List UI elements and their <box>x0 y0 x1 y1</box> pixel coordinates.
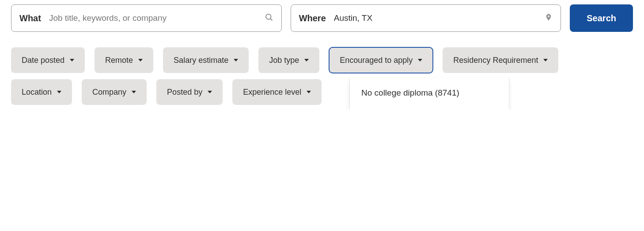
filter-location[interactable]: Location <box>11 79 72 105</box>
encouraged-to-apply-dropdown: No college diploma (8741) Fair chance (4… <box>349 78 509 109</box>
svg-line-1 <box>270 19 272 20</box>
filter-row-1: Date posted Remote Salary estimate Job t… <box>11 47 633 73</box>
chevron-down-icon <box>234 59 238 62</box>
where-label: Where <box>299 13 326 23</box>
chevron-down-icon <box>304 59 309 62</box>
chevron-down-icon <box>543 59 548 62</box>
filter-label: Remote <box>105 56 133 65</box>
search-icon <box>265 13 273 23</box>
filter-label: Salary estimate <box>174 56 228 65</box>
what-label: What <box>19 13 41 23</box>
filter-label: Job type <box>269 56 299 65</box>
filter-company[interactable]: Company <box>82 79 147 105</box>
what-input[interactable] <box>49 13 265 23</box>
filter-salary-estimate[interactable]: Salary estimate <box>163 47 249 73</box>
filter-label: Date posted <box>22 56 64 65</box>
filter-experience-level[interactable]: Experience level <box>232 79 322 105</box>
chevron-down-icon <box>57 91 61 93</box>
filter-label: Posted by <box>167 88 202 97</box>
chevron-down-icon <box>70 59 74 62</box>
filter-row-2: Location Company Posted by Experience le… <box>11 79 633 105</box>
chevron-down-icon <box>208 91 212 93</box>
filter-label: Residency Requirement <box>453 56 538 65</box>
filter-remote[interactable]: Remote <box>95 47 153 73</box>
where-input[interactable] <box>334 13 545 23</box>
filter-label: Experience level <box>243 88 301 97</box>
svg-point-0 <box>266 14 271 19</box>
search-bar: What Where Search <box>11 4 633 32</box>
filter-date-posted[interactable]: Date posted <box>11 47 85 73</box>
chevron-down-icon <box>138 59 143 62</box>
dropdown-item-fair-chance[interactable]: Fair chance (4250) <box>350 108 509 109</box>
filter-label: Company <box>92 88 126 97</box>
filter-residency-requirement[interactable]: Residency Requirement <box>443 47 558 73</box>
filter-job-type[interactable]: Job type <box>258 47 319 73</box>
chevron-down-icon <box>307 91 311 93</box>
filter-encouraged-to-apply[interactable]: Encouraged to apply <box>329 47 433 73</box>
chevron-down-icon <box>418 59 422 62</box>
dropdown-item-no-college-diploma[interactable]: No college diploma (8741) <box>350 78 509 108</box>
location-pin-icon <box>545 12 553 24</box>
where-search-box[interactable]: Where <box>291 4 561 32</box>
chevron-down-icon <box>132 91 136 93</box>
what-search-box[interactable]: What <box>11 4 282 32</box>
search-button[interactable]: Search <box>570 4 633 32</box>
filter-label: Location <box>22 88 52 97</box>
filter-posted-by[interactable]: Posted by <box>156 79 223 105</box>
filter-section: Date posted Remote Salary estimate Job t… <box>11 47 633 105</box>
filter-label: Encouraged to apply <box>340 56 413 65</box>
